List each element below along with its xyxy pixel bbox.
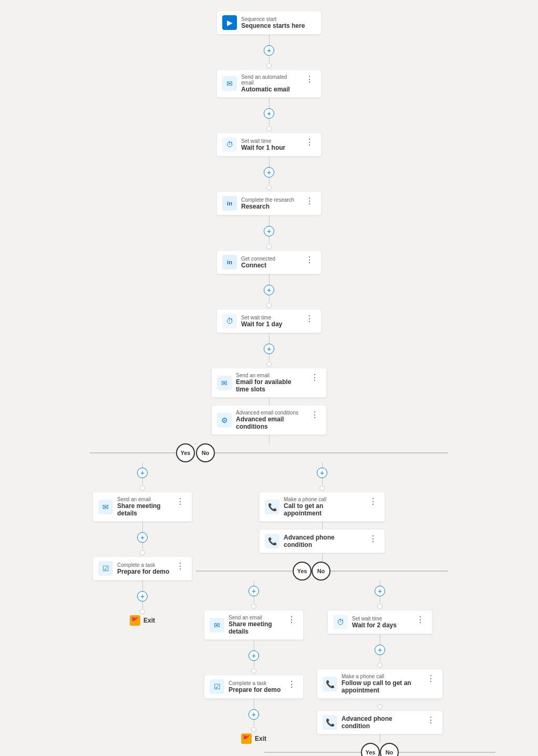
task-l1-subtitle: Complete a task bbox=[117, 562, 170, 568]
conn-followup bbox=[377, 699, 382, 710]
research-more-btn[interactable]: ⋮ bbox=[303, 196, 316, 206]
wait1d-more-btn[interactable]: ⋮ bbox=[303, 314, 316, 324]
line-yes-l2a bbox=[254, 581, 254, 586]
followup-call-card[interactable]: 📞 Make a phone call Follow up call to ge… bbox=[317, 669, 443, 699]
followup-subtitle: Make a phone call bbox=[342, 674, 420, 679]
share-meeting-l1-card[interactable]: ✉ Send an email Share meeting details ⋮ bbox=[92, 492, 192, 522]
exit-l2-node: 🚩 Exit bbox=[241, 733, 266, 744]
adv-phone-l2-card[interactable]: 📞 Advanced phone condition ⋮ bbox=[317, 710, 443, 734]
circle-yes-l2 bbox=[251, 604, 256, 609]
conn-advphone-l1-down bbox=[322, 553, 323, 562]
add-btn-2[interactable]: + bbox=[264, 108, 274, 119]
wait1d-subtitle: Set wait time bbox=[241, 315, 299, 320]
conn-call-adv bbox=[322, 522, 323, 529]
h-line-no-l1 bbox=[215, 452, 448, 453]
followup-more-btn[interactable]: ⋮ bbox=[425, 674, 437, 683]
line-exit-l2b bbox=[254, 720, 254, 726]
share-l1-title: Share meeting details bbox=[117, 502, 170, 517]
timeslots-more-btn[interactable]: ⋮ bbox=[308, 372, 321, 382]
line-yes2-l1b bbox=[142, 543, 143, 549]
adv-phone-l1-card[interactable]: 📞 Advanced phone condition ⋮ bbox=[259, 529, 385, 553]
call-content: Make a phone call Call to get an appoint… bbox=[284, 496, 363, 517]
line-call-adv bbox=[322, 522, 323, 529]
wait2d-subtitle: Set wait time bbox=[352, 616, 410, 622]
wait-2days-card[interactable]: ⏱ Set wait time Wait for 2 days ⋮ bbox=[327, 610, 432, 634]
add-btn-yes-l1[interactable]: + bbox=[137, 468, 148, 478]
research-card[interactable]: in Complete the research Research ⋮ bbox=[216, 191, 322, 215]
conn-yes-l1: + bbox=[137, 462, 148, 492]
add-btn-4[interactable]: + bbox=[264, 226, 274, 236]
add-btn-yes2-l1[interactable]: + bbox=[137, 532, 148, 543]
line-exit-l1a bbox=[142, 581, 143, 591]
circle-wait2d bbox=[377, 662, 382, 668]
prepare-demo-l2-card[interactable]: ☑ Complete a task Prepare for demo ⋮ bbox=[204, 675, 304, 699]
advemail-content: Advanced email conditions Advanced email… bbox=[236, 410, 304, 430]
add-btn-yes2-l2[interactable]: + bbox=[249, 650, 259, 661]
circle6 bbox=[266, 361, 272, 367]
automatic-email-card[interactable]: ✉ Send an automated email Automatic emai… bbox=[216, 69, 322, 98]
email-more-btn[interactable]: ⋮ bbox=[303, 74, 316, 84]
wait1h-title: Wait for 1 hour bbox=[241, 144, 299, 151]
advphone-l1-title: Advanced phone condition bbox=[284, 534, 363, 548]
share-l1-content: Send an email Share meeting details bbox=[117, 496, 170, 517]
wait1h-more-btn[interactable]: ⋮ bbox=[303, 137, 316, 147]
no-label-l2: No bbox=[312, 562, 330, 581]
add-btn-no-l1[interactable]: + bbox=[317, 468, 327, 478]
line-yes-l1b bbox=[142, 478, 143, 484]
prepare-demo-l1-card[interactable]: ☑ Complete a task Prepare for demo ⋮ bbox=[92, 556, 192, 581]
circle-followup bbox=[377, 704, 382, 709]
no-branch-l1: No + 📞 Make a phone call Call to get an … bbox=[196, 443, 448, 756]
line5b bbox=[269, 295, 270, 302]
advphone-l2-more-btn[interactable]: ⋮ bbox=[425, 715, 437, 725]
line-yes2-l2a bbox=[254, 640, 254, 650]
line2 bbox=[269, 98, 270, 108]
branch-l3-row: Yes + ✉ bbox=[249, 743, 511, 756]
line-yes2-l2b bbox=[254, 661, 254, 667]
task-l2-more-btn[interactable]: ⋮ bbox=[285, 679, 298, 689]
email-title: Automatic email bbox=[241, 86, 299, 93]
share-l2-more-btn[interactable]: ⋮ bbox=[285, 615, 298, 625]
conn2: + bbox=[264, 98, 274, 132]
call-more-btn[interactable]: ⋮ bbox=[367, 496, 379, 506]
add-btn-no-l2[interactable]: + bbox=[375, 586, 385, 596]
add-btn-exit-l1[interactable]: + bbox=[137, 591, 148, 602]
advanced-email-card[interactable]: ⚙ Advanced email conditions Advanced ema… bbox=[211, 405, 327, 435]
task-l2-title: Prepare for demo bbox=[229, 686, 281, 693]
add-btn-5[interactable]: + bbox=[264, 285, 274, 295]
advemail-more-btn[interactable]: ⋮ bbox=[308, 410, 321, 420]
advemail-icon: ⚙ bbox=[217, 413, 232, 428]
circle-yes-l1 bbox=[140, 485, 145, 491]
wait-1day-card[interactable]: ⏱ Set wait time Wait for 1 day ⋮ bbox=[216, 309, 322, 333]
main-flow: ▶ Sequence start Sequence starts here + … bbox=[211, 11, 327, 443]
add-btn-wait2d[interactable]: + bbox=[375, 645, 385, 655]
line-advphone-l1 bbox=[322, 553, 323, 562]
add-btn-1[interactable]: + bbox=[264, 45, 274, 56]
line-yes-l2b bbox=[254, 596, 254, 603]
share-l2-subtitle: Send an email bbox=[229, 615, 281, 620]
research-subtitle: Complete the research bbox=[241, 197, 299, 203]
wait-1hour-card[interactable]: ⏱ Set wait time Wait for 1 hour ⋮ bbox=[216, 132, 322, 157]
line4 bbox=[269, 215, 270, 226]
add-btn-exit-l2[interactable]: + bbox=[249, 709, 259, 720]
share-l1-more-btn[interactable]: ⋮ bbox=[174, 496, 187, 506]
connect-more-btn[interactable]: ⋮ bbox=[303, 255, 316, 265]
connect-card[interactable]: in Get connected Connect ⋮ bbox=[216, 250, 322, 274]
advphone-l1-more-btn[interactable]: ⋮ bbox=[367, 534, 379, 544]
task-l1-more-btn[interactable]: ⋮ bbox=[174, 561, 187, 571]
add-btn-3[interactable]: + bbox=[264, 167, 274, 178]
branch-l1-row: Yes + ✉ Send an email Share meeting deta… bbox=[43, 443, 495, 756]
task-l1-title: Prepare for demo bbox=[117, 568, 170, 575]
add-btn-yes-l2[interactable]: + bbox=[249, 586, 259, 596]
share-meeting-l2-card[interactable]: ✉ Send an email Share meeting details ⋮ bbox=[204, 610, 304, 640]
wait2d-more-btn[interactable]: ⋮ bbox=[414, 615, 427, 625]
call-appointment-card[interactable]: 📞 Make a phone call Call to get an appoi… bbox=[259, 492, 385, 522]
line-yes2-l1a bbox=[142, 522, 143, 532]
advphone-l1-content: Advanced phone condition bbox=[284, 534, 363, 548]
add-btn-6[interactable]: + bbox=[264, 344, 274, 354]
start-content: Sequence start Sequence starts here bbox=[241, 16, 316, 29]
sequence-start-card[interactable]: ▶ Sequence start Sequence starts here bbox=[216, 11, 322, 35]
conn1: + bbox=[264, 35, 274, 69]
yes-branch-l3: Yes + ✉ bbox=[264, 743, 380, 756]
wait1h-content: Set wait time Wait for 1 hour bbox=[241, 138, 299, 151]
email-timeslots-card[interactable]: ✉ Send an email Email for available time… bbox=[211, 368, 327, 398]
